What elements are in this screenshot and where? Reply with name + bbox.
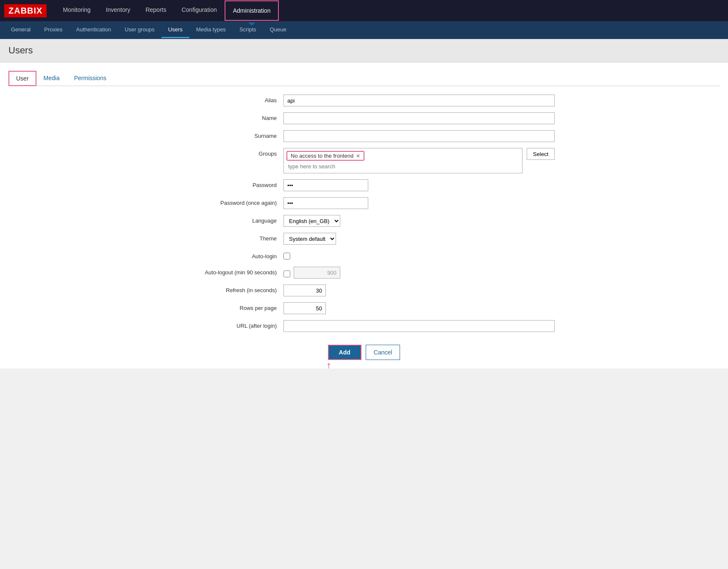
page-header: Users: [0, 39, 728, 62]
groups-row: Groups No access to the frontend ✕ Selec…: [173, 148, 555, 173]
language-select[interactable]: English (en_GB): [283, 215, 340, 227]
subnav-media-types[interactable]: Media types: [189, 22, 233, 38]
autologin-label: Auto-login: [173, 251, 283, 259]
subnav-user-groups[interactable]: User groups: [118, 22, 161, 38]
password-row: Password: [173, 179, 555, 191]
subnav-general[interactable]: General: [4, 22, 37, 38]
nav-administration[interactable]: Administration: [225, 0, 279, 21]
alias-label: Alias: [173, 95, 283, 103]
password-again-label: Password (once again): [173, 197, 283, 206]
refresh-row: Refresh (in seconds): [173, 284, 555, 296]
name-input[interactable]: [283, 112, 555, 124]
zabbix-logo: ZABBIX: [4, 4, 47, 17]
password-label: Password: [173, 179, 283, 188]
page-title: Users: [8, 45, 720, 56]
group-tag-remove-icon[interactable]: ✕: [356, 153, 360, 159]
url-row: URL (after login): [173, 320, 555, 332]
subnav-authentication[interactable]: Authentication: [69, 22, 118, 38]
tab-media[interactable]: Media: [36, 71, 67, 86]
refresh-label: Refresh (in seconds): [173, 284, 283, 293]
language-control: English (en_GB): [283, 215, 555, 227]
subnav-users[interactable]: Users: [161, 22, 189, 38]
theme-control: System default: [283, 233, 555, 245]
surname-label: Surname: [173, 130, 283, 139]
tab-user[interactable]: User: [8, 71, 36, 86]
theme-select[interactable]: System default: [283, 233, 336, 245]
autologout-row: Auto-logout (min 90 seconds): [173, 267, 555, 279]
page-content: User Media Permissions Alias Name Surnam…: [0, 62, 728, 368]
autologout-control: [283, 267, 555, 279]
alias-input[interactable]: [283, 95, 555, 106]
password-input[interactable]: [283, 179, 368, 191]
autologin-row: Auto-login: [173, 251, 555, 261]
autologout-label: Auto-logout (min 90 seconds): [173, 267, 283, 276]
autologin-control: [283, 251, 555, 261]
sub-navigation: General Proxies Authentication User grou…: [0, 21, 728, 39]
url-label: URL (after login): [173, 320, 283, 329]
name-label: Name: [173, 112, 283, 121]
groups-field-wrapper: No access to the frontend ✕ Select: [283, 148, 555, 173]
subnav-queue[interactable]: Queue: [263, 22, 293, 38]
user-form: Alias Name Surname Groups: [173, 95, 555, 360]
nav-reports[interactable]: Reports: [138, 0, 174, 21]
groups-container: No access to the frontend ✕: [283, 148, 522, 173]
rows-per-page-label: Rows per page: [173, 302, 283, 311]
arrow-annotation: ↑: [326, 359, 332, 368]
url-input[interactable]: [283, 320, 555, 332]
group-tag-no-access: No access to the frontend ✕: [286, 151, 364, 161]
name-row: Name: [173, 112, 555, 124]
alias-row: Alias: [173, 95, 555, 106]
nav-inventory[interactable]: Inventory: [98, 0, 138, 21]
url-control: [283, 320, 555, 332]
tab-bar: User Media Permissions: [8, 71, 720, 86]
form-buttons: Add Cancel ↑: [173, 345, 555, 360]
alias-control: [283, 95, 555, 106]
surname-input[interactable]: [283, 130, 555, 142]
tab-permissions[interactable]: Permissions: [67, 71, 114, 86]
password-again-input[interactable]: [283, 197, 368, 209]
groups-search-input[interactable]: [286, 162, 520, 170]
rows-per-page-input[interactable]: [283, 302, 326, 314]
autologout-checkbox[interactable]: [283, 271, 290, 277]
refresh-input[interactable]: [283, 284, 326, 296]
rows-per-page-control: [283, 302, 555, 314]
add-button[interactable]: Add: [328, 345, 361, 360]
surname-control: [283, 130, 555, 142]
subnav-proxies[interactable]: Proxies: [37, 22, 69, 38]
subnav-scripts[interactable]: Scripts: [233, 22, 263, 38]
autologin-checkbox[interactable]: [283, 253, 290, 259]
password-control: [283, 179, 555, 191]
password-again-row: Password (once again): [173, 197, 555, 209]
theme-row: Theme System default: [173, 233, 555, 245]
language-row: Language English (en_GB): [173, 215, 555, 227]
top-navigation: ZABBIX Monitoring Inventory Reports Conf…: [0, 0, 728, 21]
theme-label: Theme: [173, 233, 283, 242]
select-button[interactable]: Select: [527, 148, 555, 160]
surname-row: Surname: [173, 130, 555, 142]
name-control: [283, 112, 555, 124]
nav-configuration[interactable]: Configuration: [174, 0, 224, 21]
rows-per-page-row: Rows per page: [173, 302, 555, 314]
autologout-input[interactable]: [294, 267, 340, 279]
cancel-button[interactable]: Cancel: [366, 345, 400, 360]
language-label: Language: [173, 215, 283, 224]
nav-monitoring[interactable]: Monitoring: [55, 0, 98, 21]
group-tag-label: No access to the frontend: [291, 153, 353, 159]
top-nav-items: Monitoring Inventory Reports Configurati…: [55, 0, 279, 21]
groups-label: Groups: [173, 148, 283, 157]
refresh-control: [283, 284, 555, 296]
password-again-control: [283, 197, 555, 209]
